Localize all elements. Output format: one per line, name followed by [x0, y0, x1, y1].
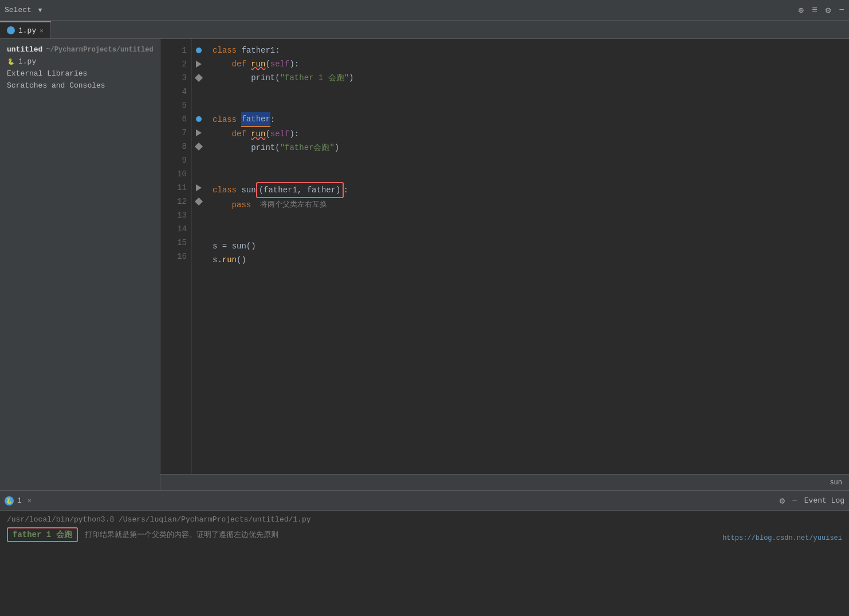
breakpoint-8: [195, 143, 203, 151]
sidebar-ext-label: External Libraries: [7, 69, 87, 78]
code-line-1: class father1:: [206, 44, 849, 57]
class-name-father1: father1: [241, 44, 275, 57]
project-path: ~/PycharmProjects/untitled: [46, 46, 153, 54]
run-tab-close-icon[interactable]: ✕: [27, 496, 32, 505]
breakpoint-12: [195, 198, 203, 206]
kw-def-2: def: [232, 57, 251, 71]
toolbar-icons: ⊕ ≡ ⚙ −: [799, 5, 845, 16]
breakpoint-7: [196, 129, 202, 136]
fn-sun-call: sun: [232, 239, 246, 253]
code-content[interactable]: class father1: def run(self): print("fat…: [206, 39, 849, 474]
tab-label: 1.py: [18, 26, 36, 35]
editor-bottom-bar: sun: [160, 474, 849, 490]
sidebar-scratch-label: Scratches and Consoles: [7, 81, 105, 90]
param-self-1: self: [270, 57, 290, 71]
comment-swap: 将两个父类左右互换: [260, 198, 327, 212]
main-area: untitled ~/PycharmProjects/untitled 🐍 1.…: [0, 39, 849, 490]
code-editor: 1 2 3 4 5 6 7 8 9 10 11 12 13 14 15 16: [160, 39, 849, 474]
select-dropdown[interactable]: Select: [5, 6, 32, 14]
chevron-down-icon: ▼: [38, 7, 42, 14]
fn-run-call: run: [222, 253, 237, 267]
code-line-4: [206, 85, 849, 98]
parent2: father: [307, 185, 336, 195]
run-url: https://blog.csdn.net/yuuisei: [722, 534, 842, 542]
code-line-13: [206, 212, 849, 226]
sidebar-item-1py[interactable]: 🐍 1.py: [0, 56, 160, 68]
breakpoint-3: [195, 74, 203, 82]
breakpoint-6[interactable]: [196, 116, 202, 122]
toolbar: Select ▼ ⊕ ≡ ⚙ −: [0, 0, 849, 21]
run-content: /usr/local/bin/python3.8 /Users/luqian/P…: [0, 511, 849, 616]
breakpoint-2: [196, 61, 202, 68]
gutter: [192, 39, 206, 474]
kw-pass: pass: [232, 198, 251, 212]
py-file-icon: 🐍: [7, 58, 15, 66]
run-tab[interactable]: 🐍 1 ✕: [5, 496, 32, 506]
class-indicator: sun: [830, 479, 842, 487]
code-line-14: [206, 226, 849, 239]
sidebar-item-scratches[interactable]: Scratches and Consoles: [0, 80, 160, 92]
code-line-3: print("father 1 会跑"): [206, 71, 849, 85]
kw-class-3: class: [213, 183, 241, 197]
run-minus-icon[interactable]: −: [792, 496, 797, 506]
kw-def-7: def: [232, 127, 251, 141]
code-line-11: class sun(father1, father):: [206, 182, 849, 198]
run-tab-label: 1: [17, 496, 22, 505]
code-line-15: s = sun(): [206, 239, 849, 253]
minimize-icon[interactable]: −: [839, 5, 844, 15]
parent1: father1: [264, 185, 297, 195]
run-panel: 🐍 1 ✕ ⚙ − Event Log /usr/local/bin/pytho…: [0, 490, 849, 616]
project-name: untitled: [7, 45, 42, 54]
param-self-2: self: [270, 127, 290, 141]
code-line-8: print("father会跑"): [206, 141, 849, 155]
line-numbers: 1 2 3 4 5 6 7 8 9 10 11 12 13 14 15 16: [160, 39, 192, 474]
code-line-7: def run(self):: [206, 127, 849, 141]
var-s: s: [213, 239, 222, 253]
run-panel-icons: ⚙ − Event Log: [780, 495, 844, 507]
kw-class-1: class: [213, 44, 241, 57]
list-icon[interactable]: ≡: [812, 5, 817, 15]
str-father: "father会跑": [280, 141, 335, 155]
sidebar-item-external-libs[interactable]: External Libraries: [0, 68, 160, 80]
inheritance-box: (father1, father): [256, 182, 344, 198]
str-father1: "father 1 会跑": [280, 71, 349, 85]
fn-run-1: run: [251, 57, 265, 71]
fn-run-2: run: [251, 127, 265, 141]
python-file-icon: [7, 26, 15, 34]
run-output-row: father 1 会跑 打印结果就是第一个父类的内容。证明了遵循左边优先原则 h…: [7, 527, 842, 542]
sidebar-project-root[interactable]: untitled ~/PycharmProjects/untitled: [0, 44, 160, 56]
breakpoint-11: [196, 184, 202, 191]
tab-1py[interactable]: 1.py ✕: [0, 21, 51, 38]
output-comment: 打印结果就是第一个父类的内容。证明了遵循左边优先原则: [85, 530, 278, 540]
crosshair-icon[interactable]: ⊕: [799, 5, 804, 16]
sidebar: untitled ~/PycharmProjects/untitled 🐍 1.…: [0, 39, 160, 490]
sidebar-file-label: 1.py: [18, 57, 36, 66]
fn-print-1: print: [251, 71, 275, 85]
var-s2: s: [213, 253, 217, 267]
editor-area: 1 2 3 4 5 6 7 8 9 10 11 12 13 14 15 16: [160, 39, 849, 490]
code-line-12: pass将两个父类左右互换: [206, 198, 849, 212]
code-line-16: s.run(): [206, 253, 849, 267]
code-line-2: def run(self):: [206, 57, 849, 71]
event-log-button[interactable]: Event Log: [804, 496, 844, 505]
code-line-5: [206, 98, 849, 112]
code-line-6: class father:: [206, 112, 849, 127]
run-gear-icon[interactable]: ⚙: [780, 495, 785, 507]
python-run-icon: 🐍: [5, 496, 14, 506]
run-command: /usr/local/bin/python3.8 /Users/luqian/P…: [7, 515, 842, 524]
class-name-father-highlighted: father: [241, 112, 270, 127]
class-name-sun: sun: [241, 183, 256, 197]
kw-class-2: class: [213, 113, 241, 127]
gear-icon[interactable]: ⚙: [826, 5, 831, 16]
run-panel-header: 🐍 1 ✕ ⚙ − Event Log: [0, 491, 849, 511]
tab-bar: 1.py ✕: [0, 21, 849, 39]
code-line-9: [206, 155, 849, 168]
fn-print-2: print: [251, 141, 275, 155]
breakpoint-1[interactable]: [196, 48, 202, 53]
tab-close-icon[interactable]: ✕: [40, 27, 44, 34]
output-text: father 1 会跑: [7, 527, 78, 542]
code-line-10: [206, 168, 849, 182]
